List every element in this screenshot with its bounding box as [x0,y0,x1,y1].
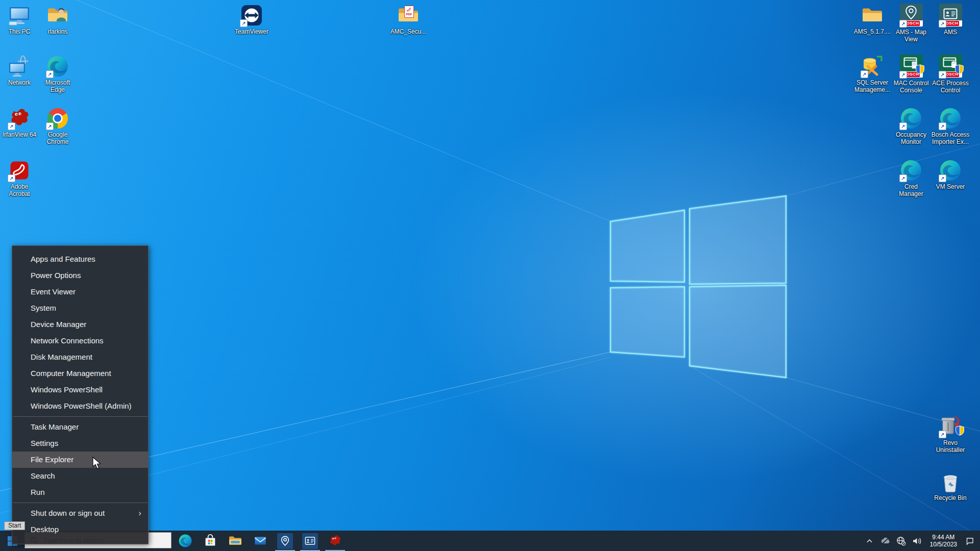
menu-item-windows-powershell[interactable]: Windows PowerShell [12,382,148,398]
desktop-icon-recycle-bin[interactable]: Recycle Bin [931,469,970,502]
sql-server-management-icon [860,54,885,79]
shortcut-arrow-icon [240,19,248,27]
desktop-icon-bosch-access-importer[interactable]: Bosch Access Importer Ex... [931,106,970,145]
desktop-icon-ams-517[interactable]: AMS_5.1.7.... [853,3,892,35]
desktop-icon-ams-map-view[interactable]: BOSCHAMS - Map View [892,3,930,43]
tray-onedrive-icon[interactable] [879,534,892,548]
desktop-icon-adobe-acrobat[interactable]: Adobe Acrobat [0,158,39,197]
menu-item-computer-management[interactable]: Computer Management [12,365,148,382]
desktop-icon-irfanview-64[interactable]: IrfanView 64 [0,106,39,138]
desktop-icon-rlarkins[interactable]: rlarkins [38,3,77,35]
desktop-icon-ace-process-control[interactable]: BOSCHACE Process Control [931,54,970,94]
desktop-icon-mac-control-console[interactable]: BOSCHMAC Control Console [892,54,930,94]
vm-server-icon [938,158,963,183]
ams-map-view-icon: BOSCH [899,4,923,28]
tray-clock[interactable]: 9:44 AM 10/5/2023 [927,534,960,548]
clock-time: 9:44 AM [930,534,957,541]
menu-item-desktop[interactable]: Desktop [12,521,148,538]
menu-item-device-manager[interactable]: Device Manager [12,316,148,333]
desktop-icon-label: SQL Server Manageme... [853,79,892,93]
tray-volume-icon[interactable] [911,534,923,548]
app-tile [302,533,318,549]
menu-item-disk-management[interactable]: Disk Management [12,349,148,365]
menu-item-network-connections[interactable]: Network Connections [12,333,148,349]
taskbar-app-ams[interactable] [298,531,323,551]
menu-separator [13,416,148,417]
winx-context-menu: Apps and FeaturesPower OptionsEvent View… [12,245,149,544]
app-tile [277,533,293,549]
desktop-icon-label: IrfanView 64 [0,131,39,138]
microsoft-edge-icon [45,54,70,79]
desktop-icon-teamviewer[interactable]: TeamViewer [232,3,271,35]
desktop-icon-label: AMS [931,29,970,36]
menu-item-power-options[interactable]: Power Options [12,267,148,284]
recycle-bin-icon [938,469,963,494]
desktop-icon-label: Network [0,79,39,86]
shortcut-arrow-icon [939,174,946,182]
desktop-icon-ams[interactable]: BOSCHAMS [931,3,970,36]
start-tooltip: Start [4,521,25,530]
shortcut-arrow-icon [861,70,868,78]
network-icon [7,54,32,79]
menu-item-event-viewer[interactable]: Event Viewer [12,284,148,300]
action-center-icon[interactable] [964,534,976,548]
menu-item-settings[interactable]: Settings [12,435,148,452]
desktop-icon-microsoft-edge[interactable]: Microsoft Edge [38,54,77,93]
desktop-icon-occupancy-monitor[interactable]: Occupancy Monitor [892,106,930,145]
taskbar-app-file-explorer[interactable] [223,531,248,551]
submenu-chevron-icon: › [138,505,141,521]
desktop-icon-network[interactable]: Network [0,54,39,86]
menu-item-task-manager[interactable]: Task Manager [12,419,148,435]
bosch-access-importer-icon [938,106,963,131]
uac-shield-icon [955,64,964,74]
desktop-icon-label: rlarkins [38,28,77,35]
desktop-icon-label: Google Chrome [38,131,77,145]
shortcut-arrow-icon [899,122,907,130]
taskbar-app-irfanview[interactable] [323,531,348,551]
taskbar-app-microsoft-store[interactable] [198,531,223,551]
taskbar-app-ams-map-view[interactable] [273,531,298,551]
menu-item-apps-and-features[interactable]: Apps and Features [12,251,148,267]
menu-item-search[interactable]: Search [12,468,148,484]
irfanview-64-icon [7,106,32,131]
desktop-icon-label: This PC [0,28,39,35]
menu-item-file-explorer[interactable]: File Explorer [12,452,148,468]
clock-date: 10/5/2023 [930,541,957,548]
teamviewer-icon [239,3,264,28]
menu-item-windows-powershell-admin-[interactable]: Windows PowerShell (Admin) [12,398,148,414]
tray-network-icon[interactable] [895,534,908,548]
menu-item-system[interactable]: System [12,300,148,316]
shortcut-arrow-icon [939,20,946,28]
desktop-icon-label: TeamViewer [232,28,271,35]
menu-item-shut-down-or-sign-out[interactable]: Shut down or sign out› [12,505,148,521]
desktop-icon-sql-server-management[interactable]: SQL Server Manageme... [853,54,892,93]
shortcut-arrow-icon [939,122,946,130]
desktop-icon-label: AMS - Map View [892,29,930,43]
desktop-icon-this-pc[interactable]: This PC [0,3,39,35]
desktop-icon-amc-secu[interactable]: PDFAMC_Secu... [389,3,428,35]
desktop-icon-vm-server[interactable]: VM Server [931,158,970,190]
desktop-icon-label: Revo Uninstaller [931,439,970,454]
desktop-icon-label: VM Server [931,183,970,190]
adobe-acrobat-icon [7,158,32,183]
shortcut-arrow-icon [899,71,907,79]
pdf-badge: PDF [405,13,413,16]
desktop-icon-label: Bosch Access Importer Ex... [931,131,970,145]
google-chrome-icon [45,106,70,131]
desktop-icon-google-chrome[interactable]: Google Chrome [38,106,77,145]
pdf-file-icon: PDF [404,6,414,18]
shortcut-arrow-icon [8,122,15,130]
taskbar-app-mail[interactable] [248,531,273,551]
desktop-icon-label: Occupancy Monitor [892,131,930,145]
menu-item-run[interactable]: Run [12,484,148,500]
desktop-icon-label: Cred Manager [892,183,930,197]
revo-uninstaller-icon [938,414,963,439]
tray-chevron-up-icon[interactable] [864,534,876,548]
desktop-icon-label: Recycle Bin [931,494,970,502]
taskbar-app-edge[interactable] [173,531,198,551]
shortcut-arrow-icon [46,122,54,130]
ace-process-control-icon: BOSCH [938,55,963,79]
desktop-icon-label: ACE Process Control [931,80,970,94]
desktop-icon-revo-uninstaller[interactable]: Revo Uninstaller [931,414,970,454]
desktop-icon-cred-manager[interactable]: Cred Manager [892,158,930,197]
